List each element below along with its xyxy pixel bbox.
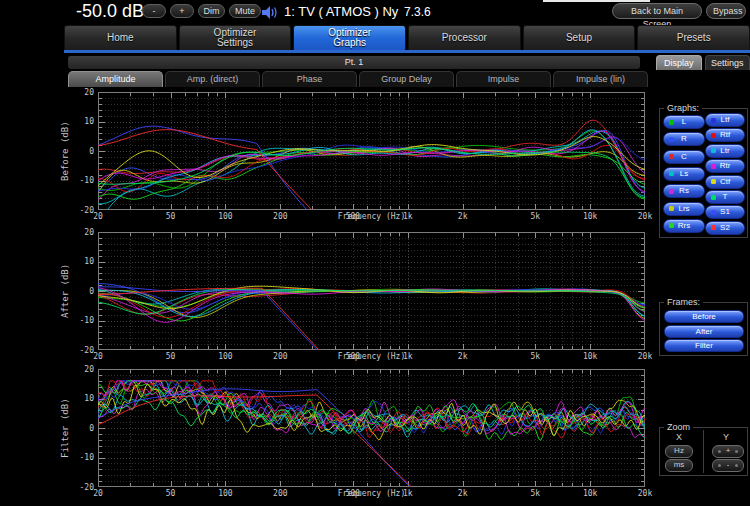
volume-minus-button[interactable]: -: [142, 4, 166, 18]
view-tab-display[interactable]: Display: [656, 55, 702, 70]
channel-button-label: Rtf: [720, 130, 730, 139]
zoom-panel-label: Zoom: [664, 422, 693, 432]
channel-button-rs[interactable]: Rs: [663, 184, 705, 198]
y-tick-label: 20: [70, 88, 94, 97]
channel-button-label: Ltf: [721, 115, 730, 124]
channel-button-ltf[interactable]: Ltf: [705, 113, 745, 127]
y-tick-label: -20: [70, 483, 94, 492]
mute-button[interactable]: Mute: [229, 4, 261, 18]
x-tick-label: 500: [346, 212, 360, 221]
channel-button-label: Ls: [680, 169, 688, 178]
channel-button-l[interactable]: L: [663, 115, 705, 129]
channel-color-dot: [669, 137, 674, 142]
channel-button-ctf[interactable]: Ctf: [705, 175, 745, 189]
x-tick-label: 1k: [403, 489, 413, 498]
filter-graph-canvas[interactable]: [98, 369, 645, 487]
x-tick-label: 20: [93, 352, 103, 361]
channel-button-rtr[interactable]: Rtr: [705, 159, 745, 173]
graph-tab-impulse-lin[interactable]: Impulse (lin): [553, 71, 648, 87]
y-tick-label: 0: [70, 147, 94, 156]
x-tick-label: 100: [218, 212, 232, 221]
tab-optimizer-graphs[interactable]: Optimizer Graphs: [293, 25, 406, 50]
y-tick-label: -20: [70, 346, 94, 355]
channel-button-label: T: [723, 192, 728, 201]
frame-button-filter[interactable]: Filter: [664, 339, 744, 352]
channel-button-rrs[interactable]: Rrs: [663, 219, 705, 233]
x-tick-label: 50: [166, 489, 176, 498]
x-tick-label: 200: [273, 489, 287, 498]
x-tick-label: 2k: [458, 489, 468, 498]
zoom-x-ms-button[interactable]: ms: [665, 459, 693, 472]
x-tick-label: 20k: [638, 212, 652, 221]
zoom-y-plus-button[interactable]: +: [712, 445, 744, 458]
graph-tab-phase[interactable]: Phase: [262, 71, 357, 87]
tab-optimizer-settings[interactable]: Optimizer Settings: [179, 25, 292, 50]
zoom-y-minus-button[interactable]: -: [712, 459, 744, 472]
channel-button-label: R: [681, 134, 687, 143]
y-tick-label: 10: [70, 394, 94, 403]
frame-button-after[interactable]: After: [664, 325, 744, 338]
y-tick-label: 0: [70, 287, 94, 296]
x-tick-label: 20: [93, 489, 103, 498]
view-tab-settings[interactable]: Settings: [705, 55, 750, 70]
channel-button-label: Ltr: [720, 146, 729, 155]
y-tick-label: 10: [70, 257, 94, 266]
channel-button-label: Rs: [679, 186, 689, 195]
channel-button-t[interactable]: T: [705, 190, 745, 204]
x-tick-label: 10k: [583, 489, 597, 498]
before-graph-canvas[interactable]: [98, 92, 645, 210]
channel-button-label: Rtr: [720, 161, 731, 170]
channel-button-c[interactable]: C: [663, 150, 705, 164]
channel-button-s2[interactable]: S2: [705, 221, 745, 235]
graph-tab-amp-direct[interactable]: Amp. (direct): [165, 71, 260, 87]
x-tick-label: 10k: [583, 352, 597, 361]
channel-button-r[interactable]: R: [663, 132, 705, 146]
back-to-main-button[interactable]: Back to Main Screen: [612, 3, 702, 19]
channel-button-rtf[interactable]: Rtf: [705, 128, 745, 142]
channel-color-dot: [669, 223, 674, 228]
frames-panel: Frames: BeforeAfterFilter: [659, 302, 748, 356]
after-graph-canvas[interactable]: [98, 232, 645, 350]
tab-processor[interactable]: Processor: [408, 25, 521, 50]
tab-home[interactable]: Home: [64, 25, 177, 50]
graph-tab-amplitude[interactable]: Amplitude: [68, 71, 163, 87]
bypass-button[interactable]: Bypass: [706, 3, 746, 19]
tab-presets[interactable]: Presets: [637, 25, 750, 50]
zoom-x-hz-button[interactable]: Hz: [665, 445, 693, 458]
channel-button-label: Rrs: [678, 221, 690, 230]
graph-tab-impulse[interactable]: Impulse: [456, 71, 551, 87]
zoom-x-label: X: [676, 432, 682, 442]
channel-button-s1[interactable]: S1: [705, 205, 745, 219]
channel-color-dot: [669, 171, 674, 176]
channel-color-dot: [711, 210, 716, 215]
channel-button-label: S2: [720, 223, 730, 232]
x-tick-label: 20k: [638, 352, 652, 361]
channel-color-dot: [711, 118, 716, 123]
graph-type-tabs: AmplitudeAmp. (direct)PhaseGroup DelayIm…: [68, 71, 648, 87]
main-tabs: HomeOptimizer SettingsOptimizer GraphsPr…: [64, 25, 750, 50]
channel-button-ls[interactable]: Ls: [663, 167, 705, 181]
channel-button-ltr[interactable]: Ltr: [705, 144, 745, 158]
volume-display: -50.0 dB: [76, 1, 144, 22]
channel-color-dot: [669, 120, 674, 125]
graph-tab-group-delay[interactable]: Group Delay: [359, 71, 454, 87]
channel-button-label: Ctf: [720, 177, 730, 186]
y-tick-label: 20: [70, 365, 94, 374]
channel-button-lrs[interactable]: Lrs: [663, 202, 705, 216]
dim-button[interactable]: Dim: [198, 4, 225, 18]
channel-color-dot: [711, 195, 716, 200]
x-tick-label: 20: [93, 212, 103, 221]
active-tab-underline: [64, 50, 750, 53]
top-edge-highlight: [543, 0, 650, 2]
volume-plus-button[interactable]: +: [170, 4, 194, 18]
view-tabs: DisplaySettings: [656, 55, 750, 70]
channel-color-dot: [711, 179, 716, 184]
y-tick-label: 0: [70, 424, 94, 433]
x-tick-label: 2k: [458, 212, 468, 221]
x-tick-label: 20k: [638, 489, 652, 498]
x-tick-label: 5k: [530, 352, 540, 361]
frame-button-before[interactable]: Before: [664, 310, 744, 323]
tab-setup[interactable]: Setup: [523, 25, 636, 50]
x-tick-label: 100: [218, 352, 232, 361]
x-tick-label: 2k: [458, 352, 468, 361]
